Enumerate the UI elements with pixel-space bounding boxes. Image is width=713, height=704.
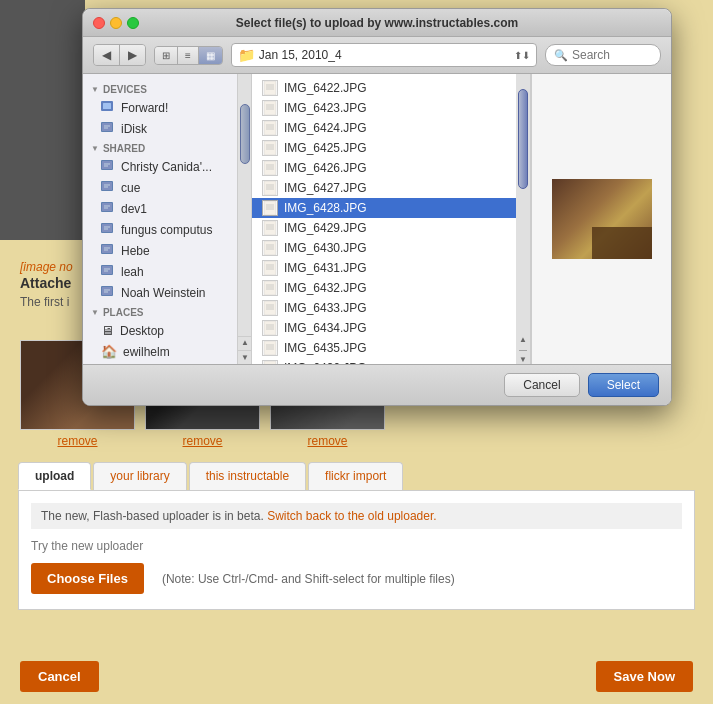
file-item[interactable]: IMG_6426.JPG	[252, 158, 516, 178]
cancel-bottom-button[interactable]: Cancel	[20, 661, 99, 692]
location-arrow-icon: ⬆⬇	[514, 50, 530, 61]
location-text: Jan 15, 2010_4	[259, 48, 510, 62]
attach-title: Attache	[20, 275, 71, 291]
bottom-bar: Cancel Save Now	[0, 649, 713, 704]
file-item[interactable]: IMG_6429.JPG	[252, 218, 516, 238]
svg-rect-74	[264, 281, 276, 295]
sidebar-item-label: leah	[121, 265, 144, 279]
sidebar-item-label: Christy Canida'...	[121, 160, 212, 174]
forward-button[interactable]: ▶	[120, 45, 145, 65]
file-icon	[262, 200, 278, 216]
file-dialog: Select file(s) to upload by www.instruct…	[82, 8, 672, 406]
sidebar-scroll-up-icon: ▲	[238, 336, 252, 348]
nav-btn-group: ◀ ▶	[93, 44, 146, 66]
sidebar-place-ewilhelm[interactable]: 🏠ewilhelm	[83, 341, 237, 362]
sidebar-icon	[101, 100, 115, 115]
file-scroll-mid-icon: —	[516, 344, 530, 354]
dialog-footer: Cancel Select	[83, 364, 671, 405]
file-icon	[262, 360, 278, 364]
close-button[interactable]	[93, 17, 105, 29]
file-item[interactable]: IMG_6424.JPG	[252, 118, 516, 138]
svg-rect-27	[102, 266, 112, 274]
select-dialog-button[interactable]: Select	[588, 373, 659, 397]
file-item[interactable]: IMG_6422.JPG	[252, 78, 516, 98]
sidebar-shared-fungus computus[interactable]: fungus computus	[83, 219, 237, 240]
bg-image-left	[0, 0, 85, 240]
tab-upload[interactable]: upload	[18, 462, 91, 490]
remove-link-1[interactable]: remove	[57, 434, 97, 448]
svg-rect-1	[103, 103, 111, 109]
choose-files-button[interactable]: Choose Files	[31, 563, 144, 594]
sidebar-item-label: Noah Weinstein	[121, 286, 206, 300]
file-name: IMG_6432.JPG	[284, 281, 367, 295]
column-view-button[interactable]: ▦	[198, 47, 222, 64]
back-button[interactable]: ◀	[94, 45, 120, 65]
file-item[interactable]: IMG_6435.JPG	[252, 338, 516, 358]
file-name: IMG_6424.JPG	[284, 121, 367, 135]
triangle-icon: ▼	[91, 144, 99, 153]
file-name: IMG_6430.JPG	[284, 241, 367, 255]
file-item[interactable]: IMG_6431.JPG	[252, 258, 516, 278]
file-icon	[262, 100, 278, 116]
try-uploader-text: Try the new uploader	[31, 539, 682, 553]
sidebar-place-Desktop[interactable]: 🖥Desktop	[83, 320, 237, 341]
sidebar-icon	[101, 201, 115, 216]
svg-rect-38	[264, 101, 276, 115]
svg-rect-50	[264, 161, 276, 175]
list-view-button[interactable]: ≡	[177, 47, 198, 64]
tab-your-library[interactable]: your library	[93, 462, 186, 490]
maximize-button[interactable]	[127, 17, 139, 29]
file-item[interactable]: IMG_6425.JPG	[252, 138, 516, 158]
file-item[interactable]: IMG_6423.JPG	[252, 98, 516, 118]
sidebar-shared-Hebe[interactable]: Hebe	[83, 240, 237, 261]
sidebar-item-label: dev1	[121, 202, 147, 216]
sidebar-shared-cue[interactable]: cue	[83, 177, 237, 198]
sidebar: ▼ DEVICESForward!iDisk▼ SHAREDChristy Ca…	[83, 74, 238, 364]
sidebar-shared-Noah Weinstein[interactable]: Noah Weinstein	[83, 282, 237, 303]
sidebar-shared-dev1[interactable]: dev1	[83, 198, 237, 219]
svg-rect-90	[264, 361, 276, 364]
file-scroll-up-icon: ▲	[516, 334, 530, 344]
sidebar-device-iDisk[interactable]: iDisk	[83, 118, 237, 139]
remove-link-2[interactable]: remove	[182, 434, 222, 448]
sidebar-scrollbar[interactable]: ▲ ▼	[238, 74, 252, 364]
view-btn-group: ⊞ ≡ ▦	[154, 46, 223, 65]
file-icon	[262, 180, 278, 196]
file-item[interactable]: IMG_6432.JPG	[252, 278, 516, 298]
file-item[interactable]: IMG_6434.JPG	[252, 318, 516, 338]
file-list-scrollbar[interactable]: ▲ — ▼	[516, 74, 530, 364]
file-list: IMG_6422.JPGIMG_6423.JPGIMG_6424.JPGIMG_…	[252, 74, 516, 364]
upload-section: uploadyour librarythis instructableflick…	[18, 462, 695, 610]
cancel-dialog-button[interactable]: Cancel	[504, 373, 579, 397]
file-item[interactable]: IMG_6427.JPG	[252, 178, 516, 198]
sidebar-shared-leah[interactable]: leah	[83, 261, 237, 282]
svg-rect-86	[264, 341, 276, 355]
beta-text: The new, Flash-based uploader is in beta…	[41, 509, 264, 523]
save-now-button[interactable]: Save Now	[596, 661, 693, 692]
sidebar-icon: 🖥	[101, 323, 114, 338]
file-icon	[262, 140, 278, 156]
sidebar-icon	[101, 222, 115, 237]
preview-pane	[531, 74, 671, 364]
icon-view-button[interactable]: ⊞	[155, 47, 177, 64]
sidebar-icon	[101, 180, 115, 195]
sidebar-item-label: Forward!	[121, 101, 168, 115]
sidebar-item-label: cue	[121, 181, 140, 195]
search-box: 🔍	[545, 44, 661, 66]
sidebar-device-Forward![interactable]: Forward!	[83, 97, 237, 118]
switch-link[interactable]: Switch back to the old uploader.	[267, 509, 436, 523]
minimize-button[interactable]	[110, 17, 122, 29]
file-item[interactable]: IMG_6433.JPG	[252, 298, 516, 318]
svg-rect-62	[264, 221, 276, 235]
sidebar-shared-Christy Canida'...[interactable]: Christy Canida'...	[83, 156, 237, 177]
tab-flickr-import[interactable]: flickr import	[308, 462, 403, 490]
file-item[interactable]: IMG_6428.JPG	[252, 198, 516, 218]
remove-link-3[interactable]: remove	[307, 434, 347, 448]
image-not-found: [image no	[20, 260, 73, 274]
tab-this-instructable[interactable]: this instructable	[189, 462, 306, 490]
file-item[interactable]: IMG_6436.JPG	[252, 358, 516, 364]
file-name: IMG_6429.JPG	[284, 221, 367, 235]
sidebar-item-label: iDisk	[121, 122, 147, 136]
file-item[interactable]: IMG_6430.JPG	[252, 238, 516, 258]
search-input[interactable]	[572, 48, 652, 62]
